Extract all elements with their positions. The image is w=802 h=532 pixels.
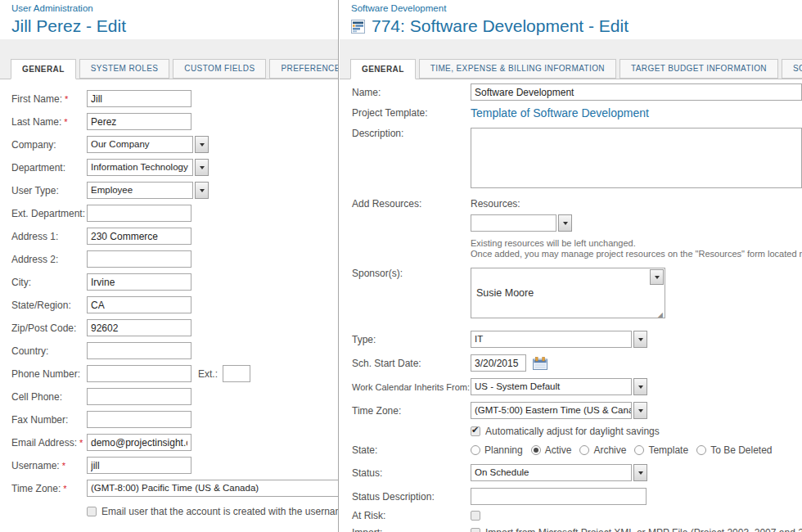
row-user-type: User Type: Employee bbox=[11, 182, 338, 199]
dropdown-arrow-icon[interactable] bbox=[633, 331, 647, 348]
row-company: Company: Our Company bbox=[11, 136, 338, 153]
row-daylight-savings: ✔ Automatically adjust for daylight savi… bbox=[352, 426, 802, 437]
status-dropdown[interactable]: On Schedule bbox=[471, 464, 647, 481]
sponsor-selected-item[interactable]: Susie Moore bbox=[476, 287, 534, 299]
phone-ext-input[interactable] bbox=[223, 365, 250, 382]
user-type-label: User Type: bbox=[11, 185, 87, 196]
department-selected-value: Information Technology bbox=[87, 159, 193, 176]
company-label: Company: bbox=[11, 139, 87, 151]
required-marker: * bbox=[79, 438, 83, 448]
project-edit-panel: Software Development 774: Software Devel… bbox=[340, 0, 802, 532]
email-user-checkbox[interactable] bbox=[87, 507, 97, 516]
tab-general[interactable]: GENERAL bbox=[11, 59, 76, 79]
checkmark-icon: ✔ bbox=[471, 425, 479, 435]
left-tab-bar: GENERAL SYSTEM ROLES CUSTOM FIELDS PREFE… bbox=[0, 39, 338, 79]
dropdown-arrow-icon[interactable] bbox=[195, 159, 209, 176]
chevron-down-icon bbox=[638, 471, 643, 475]
status-label: Status: bbox=[352, 467, 471, 479]
project-gantt-icon bbox=[351, 20, 365, 34]
state-option-archive[interactable]: Archive bbox=[593, 444, 626, 456]
project-name-input[interactable] bbox=[471, 83, 802, 101]
row-first-name: First Name:* bbox=[11, 90, 338, 107]
row-work-calendar: Work Calendar Inherits From: US - System… bbox=[352, 378, 802, 395]
city-label: City: bbox=[11, 277, 87, 288]
country-input[interactable] bbox=[87, 342, 191, 359]
page-title: Jill Perez - Edit bbox=[11, 16, 338, 36]
tab-scor[interactable]: SCOR bbox=[782, 59, 802, 79]
dropdown-arrow-icon[interactable] bbox=[195, 136, 209, 153]
state-radio-to-be-deleted[interactable] bbox=[696, 445, 706, 455]
ext-department-input[interactable] bbox=[87, 205, 191, 222]
dropdown-arrow-icon[interactable] bbox=[633, 378, 647, 395]
company-selected-value: Our Company bbox=[87, 136, 193, 153]
first-name-input[interactable] bbox=[87, 90, 191, 107]
work-calendar-dropdown[interactable]: US - System Default bbox=[471, 378, 647, 395]
address1-input[interactable] bbox=[87, 228, 191, 245]
tab-general[interactable]: GENERAL bbox=[350, 59, 416, 79]
row-cell: Cell Phone: bbox=[11, 388, 338, 405]
user-type-dropdown[interactable]: Employee bbox=[87, 182, 209, 199]
email-input[interactable] bbox=[87, 434, 191, 451]
description-label: Description: bbox=[352, 128, 471, 139]
state-region-label: State/Region: bbox=[11, 300, 87, 311]
import-label: Import: bbox=[352, 527, 471, 532]
dropdown-arrow-icon[interactable] bbox=[633, 464, 647, 481]
user-admin-panel: User Administration Jill Perez - Edit GE… bbox=[0, 0, 339, 532]
state-option-active[interactable]: Active bbox=[545, 444, 572, 456]
chevron-down-icon bbox=[200, 143, 205, 147]
dropdown-arrow-icon[interactable] bbox=[633, 402, 647, 419]
zip-input[interactable] bbox=[87, 319, 191, 336]
project-time-zone-dropdown[interactable]: (GMT-5:00) Eastern Time (US & Canada) bbox=[471, 402, 647, 419]
fax-input[interactable] bbox=[87, 411, 191, 428]
status-description-label: Status Description: bbox=[352, 491, 471, 503]
calendar-icon[interactable] bbox=[533, 357, 547, 370]
state-region-input[interactable] bbox=[87, 296, 191, 313]
phone-input[interactable] bbox=[87, 365, 191, 382]
state-option-planning[interactable]: Planning bbox=[484, 444, 523, 456]
type-dropdown[interactable]: IT bbox=[471, 331, 647, 348]
import-checkbox[interactable] bbox=[471, 528, 480, 532]
state-radio-template[interactable] bbox=[634, 445, 644, 455]
state-option-template[interactable]: Template bbox=[648, 444, 688, 456]
row-address1: Address 1: bbox=[11, 228, 338, 245]
required-marker: * bbox=[65, 94, 68, 104]
state-radio-archive[interactable] bbox=[579, 445, 589, 455]
tab-custom-fields[interactable]: CUSTOM FIELDS bbox=[173, 59, 266, 79]
row-ext-department: Ext. Department: bbox=[11, 205, 338, 222]
company-dropdown[interactable]: Our Company bbox=[87, 136, 209, 153]
address2-input[interactable] bbox=[87, 250, 191, 268]
fax-label: Fax Number: bbox=[11, 414, 87, 426]
work-calendar-label: Work Calendar Inherits From: bbox=[352, 382, 471, 392]
email-label: Email Address: bbox=[11, 437, 77, 449]
status-description-input[interactable] bbox=[471, 488, 647, 505]
department-dropdown[interactable]: Information Technology bbox=[87, 159, 209, 176]
tab-target-budget[interactable]: TARGET BUDGET INFORMATION bbox=[620, 59, 778, 79]
username-input[interactable] bbox=[87, 457, 191, 474]
resize-handle-icon[interactable]: ◢ bbox=[658, 311, 663, 318]
daylight-savings-checkbox[interactable]: ✔ bbox=[471, 426, 480, 436]
at-risk-checkbox[interactable] bbox=[471, 511, 480, 521]
state-option-to-be-deleted[interactable]: To Be Deleted bbox=[710, 444, 772, 456]
cell-input[interactable] bbox=[87, 388, 191, 405]
row-status-description: Status Description: bbox=[352, 488, 802, 505]
state-radio-planning[interactable] bbox=[471, 445, 480, 455]
dropdown-arrow-icon[interactable] bbox=[558, 214, 572, 232]
project-template-link[interactable]: Template of Software Development bbox=[471, 106, 649, 119]
dropdown-arrow-icon[interactable] bbox=[650, 269, 664, 285]
tab-time-expense-billing[interactable]: TIME, EXPENSE & BILLING INFORMATION bbox=[419, 59, 616, 79]
city-input[interactable] bbox=[87, 273, 191, 291]
state-radio-active[interactable] bbox=[531, 445, 541, 455]
description-textarea[interactable] bbox=[471, 128, 802, 188]
dropdown-arrow-icon[interactable] bbox=[195, 182, 209, 199]
user-time-zone-dropdown[interactable]: (GMT-8:00) Pacific Time (US & Canada) bbox=[87, 480, 339, 497]
row-type: Type: IT bbox=[352, 331, 802, 348]
resources-dropdown[interactable] bbox=[471, 214, 802, 232]
sch-start-date-input[interactable] bbox=[471, 354, 526, 372]
sponsors-multiselect[interactable]: Susie Moore ◢ bbox=[471, 268, 665, 318]
last-name-input[interactable] bbox=[87, 113, 191, 130]
tab-system-roles[interactable]: SYSTEM ROLES bbox=[79, 59, 170, 79]
zip-label: Zip/Post Code: bbox=[11, 322, 87, 334]
row-state: State:* Planning Active Archive Template… bbox=[352, 444, 802, 456]
tab-preferences[interactable]: PREFERENCES bbox=[269, 59, 339, 79]
chevron-down-icon bbox=[655, 276, 660, 279]
